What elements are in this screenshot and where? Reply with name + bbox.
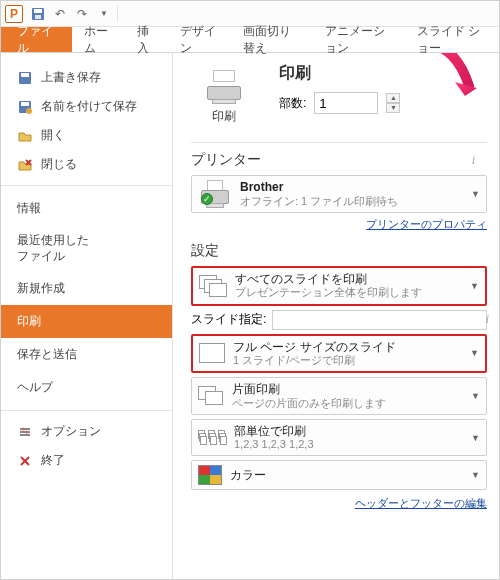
sidebar-item-info[interactable]: 情報 [1,192,172,225]
chevron-down-icon: ▼ [470,281,479,291]
sidebar-item-help[interactable]: ヘルプ [1,371,172,404]
collate-icon [198,428,226,448]
tab-animations[interactable]: アニメーション [313,27,405,52]
ribbon-tabs: ファイル ホーム 挿入 デザイン 画面切り替え アニメーション スライド ショー [1,27,499,53]
svg-point-14 [26,430,29,433]
printer-icon [204,70,244,104]
svg-rect-6 [21,102,29,106]
settings-section-title: 設定 [191,242,487,260]
printer-section-title: プリンター [191,151,487,169]
all-slides-icon [199,275,227,297]
chevron-down-icon: ▼ [471,433,480,443]
quick-access-toolbar: ↶ ↷ ▼ [29,5,118,23]
copies-label: 部数: [279,95,306,112]
sidebar-item-open[interactable]: 開く [1,121,172,150]
printer-name: Brother [240,180,463,194]
qat-dropdown-icon[interactable]: ▼ [95,5,113,23]
print-range-dropdown[interactable]: すべてのスライドを印刷 プレゼンテーション全体を印刷します ▼ [191,266,487,306]
collate-dropdown[interactable]: 部単位で印刷 1,2,3 1,2,3 1,2,3 ▼ [191,419,487,457]
printer-dropdown[interactable]: ✓ Brother オフライン: 1 ファイル印刷待ち ▼ [191,175,487,213]
info-icon[interactable]: i [486,312,489,327]
duplex-dropdown[interactable]: 片面印刷 ページの片面のみを印刷します ▼ [191,377,487,415]
tab-file[interactable]: ファイル [1,27,72,52]
info-icon[interactable]: i [472,153,475,168]
app-icon: P [5,5,23,23]
save-as-icon [17,99,33,115]
chevron-down-icon: ▼ [470,348,479,358]
sidebar-item-save-as[interactable]: 名前を付けて保存 [1,92,172,121]
color-icon [198,465,222,485]
save-icon [17,70,33,86]
printer-properties-link[interactable]: プリンターのプロパティ [191,217,487,232]
sidebar-item-save[interactable]: 上書き保存 [1,63,172,92]
exit-icon [17,453,33,469]
copies-input[interactable] [314,92,378,114]
chevron-down-icon: ▼ [471,470,480,480]
tab-home[interactable]: ホーム [72,27,125,52]
svg-rect-2 [35,15,41,19]
slide-spec-input[interactable] [272,310,487,330]
sidebar-item-close[interactable]: 閉じる [1,150,172,179]
copies-spinner[interactable]: ▲▼ [386,93,400,113]
layout-dropdown[interactable]: フル ページ サイズのスライド 1 スライド/ページで印刷 ▼ [191,334,487,374]
print-header: 印刷 [279,63,400,84]
tab-slideshow[interactable]: スライド ショー [405,27,499,52]
svg-rect-1 [34,9,42,13]
redo-icon[interactable]: ↷ [73,5,91,23]
tab-transitions[interactable]: 画面切り替え [231,27,313,52]
svg-rect-4 [21,73,29,77]
sidebar-item-save-send[interactable]: 保存と送信 [1,338,172,371]
sidebar-item-options[interactable]: オプション [1,417,172,446]
printer-status: オフライン: 1 ファイル印刷待ち [240,195,463,208]
svg-point-13 [22,427,25,430]
svg-rect-12 [20,434,30,436]
sidebar-item-print[interactable]: 印刷 [1,305,172,338]
full-page-slide-icon [199,343,225,363]
tab-insert[interactable]: 挿入 [125,27,168,52]
svg-point-7 [26,108,32,114]
sidebar-item-recent[interactable]: 最近使用した ファイル [1,225,172,272]
tab-design[interactable]: デザイン [168,27,231,52]
close-icon [17,157,33,173]
chevron-down-icon: ▼ [471,391,480,401]
slide-spec-label: スライド指定: [191,311,266,328]
print-button[interactable]: 印刷 [191,63,257,130]
chevron-down-icon: ▼ [471,189,480,199]
header-footer-link[interactable]: ヘッダーとフッターの編集 [191,496,487,511]
color-dropdown[interactable]: カラー ▼ [191,460,487,490]
print-panel: 印刷 印刷 部数: ▲▼ プリンター i ✓ [173,53,499,579]
sidebar-item-exit[interactable]: 終了 [1,446,172,475]
status-ready-icon: ✓ [201,193,213,205]
one-sided-icon [198,386,224,406]
backstage-sidebar: 上書き保存 名前を付けて保存 開く 閉じる 情報 最近使用した ファイル 新規作… [1,53,173,579]
undo-icon[interactable]: ↶ [51,5,69,23]
save-icon[interactable] [29,5,47,23]
open-icon [17,128,33,144]
options-icon [17,424,33,440]
sidebar-item-new[interactable]: 新規作成 [1,272,172,305]
